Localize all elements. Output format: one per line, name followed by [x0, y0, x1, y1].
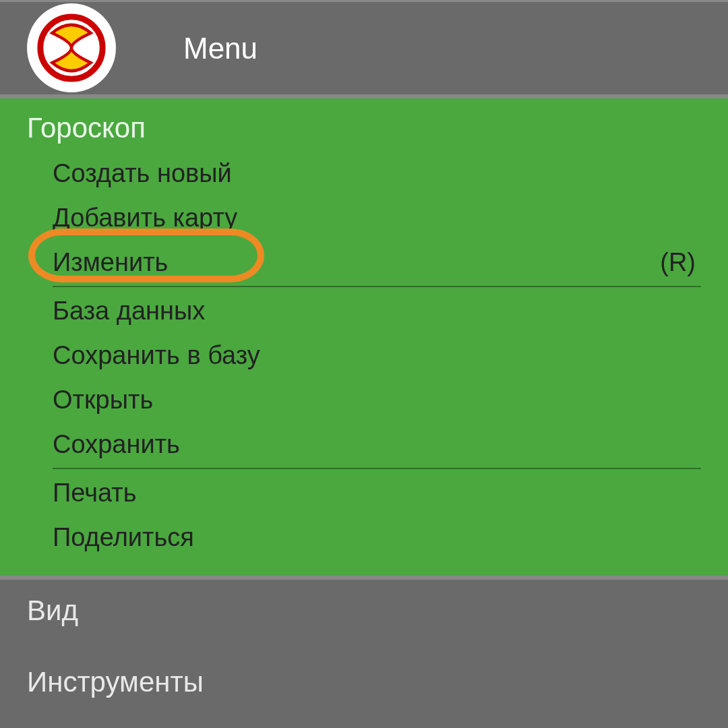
menu-divider	[53, 286, 701, 287]
menu-item-save[interactable]: Сохранить	[53, 422, 701, 466]
menu-item-save-to-db[interactable]: Сохранить в базу	[53, 333, 701, 377]
menu-item-share[interactable]: Поделиться	[53, 515, 701, 559]
menu-item-label: Печать	[53, 479, 136, 508]
menu-item-open[interactable]: Открыть	[53, 377, 701, 422]
menu-item-create-new[interactable]: Создать новый	[53, 151, 701, 195]
menu-container: Гороскоп Создать новый Добавить карту Из…	[0, 96, 728, 728]
menu-item-label: База данных	[53, 297, 205, 326]
app-header: Menu	[0, 0, 728, 96]
menu-item-label: Поделиться	[53, 523, 194, 552]
section-tools-title: Инструменты	[27, 666, 701, 698]
logo-icon	[34, 11, 109, 85]
section-horoscope: Гороскоп Создать новый Добавить карту Из…	[0, 96, 728, 578]
menu-item-shortcut: (R)	[660, 248, 696, 277]
menu-item-label: Сохранить	[53, 430, 180, 459]
menu-item-label: Создать новый	[53, 159, 232, 188]
menu-item-add-chart[interactable]: Добавить карту	[53, 195, 701, 240]
menu-item-edit[interactable]: Изменить (R)	[53, 240, 701, 284]
section-view-title: Вид	[27, 595, 701, 627]
section-view[interactable]: Вид	[0, 578, 728, 646]
section-tools[interactable]: Инструменты	[0, 646, 728, 717]
horoscope-menu-list: Создать новый Добавить карту Изменить (R…	[27, 151, 701, 559]
section-horoscope-title[interactable]: Гороскоп	[27, 112, 701, 144]
menu-item-label: Сохранить в базу	[53, 341, 260, 370]
app-root: Menu Гороскоп Создать новый Добавить кар…	[0, 0, 728, 728]
app-logo	[27, 3, 116, 92]
menu-item-database[interactable]: База данных	[53, 289, 701, 333]
menu-divider	[53, 468, 701, 469]
header-title: Menu	[183, 32, 257, 65]
menu-item-print[interactable]: Печать	[53, 471, 701, 515]
menu-item-label: Открыть	[53, 386, 153, 415]
menu-item-label: Изменить	[53, 248, 168, 277]
menu-item-label: Добавить карту	[53, 204, 237, 233]
